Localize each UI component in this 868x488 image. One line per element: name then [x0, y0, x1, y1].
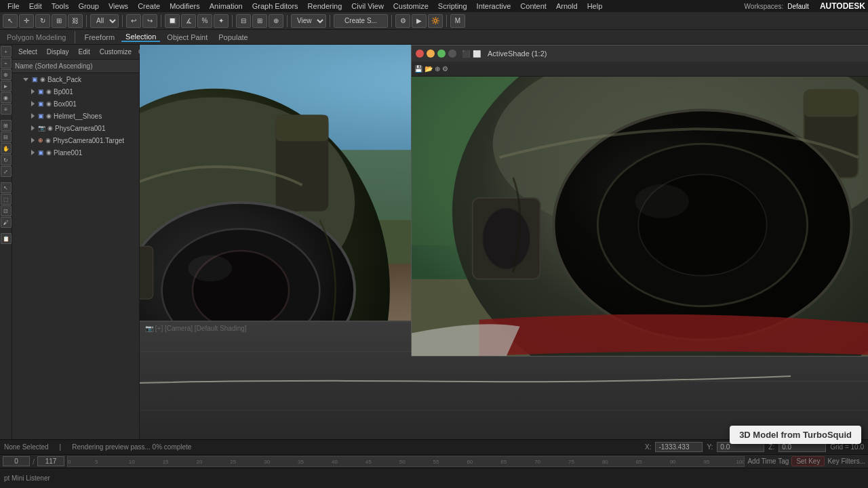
render-save-btn[interactable]: 💾: [414, 65, 422, 73]
spinner-snap-btn[interactable]: ✦: [214, 14, 229, 28]
render-settings-btn[interactable]: ⚙: [442, 65, 448, 73]
rotate-tool-btn[interactable]: ↻: [35, 14, 50, 28]
undo-btn[interactable]: ↩: [126, 14, 141, 28]
move-tool-btn[interactable]: ✛: [19, 14, 34, 28]
select-tool-btn[interactable]: ↖: [3, 14, 18, 28]
scene-item-label: Plane001: [54, 149, 82, 157]
menu-item-create[interactable]: Create: [133, 1, 165, 11]
scene-item-physcam-target[interactable]: ⊕ ◉ PhysCamera001.Target: [12, 134, 139, 146]
tab-populate[interactable]: Populate: [214, 33, 252, 41]
material-editor-btn[interactable]: M: [450, 14, 465, 28]
scene-item-backpack[interactable]: ▣ ◉ Back_Pack: [12, 73, 139, 85]
x-coord-input[interactable]: [655, 442, 703, 452]
render-extra-btn[interactable]: [448, 49, 456, 58]
current-frame-display[interactable]: 0: [3, 456, 30, 466]
maximize-viewport-btn[interactable]: ⤢: [1, 166, 12, 177]
sort-label: Name (Sorted Ascending): [15, 62, 93, 70]
scene-tab-customize[interactable]: Customize: [96, 47, 135, 56]
window-crossing-btn[interactable]: ⊡: [1, 205, 12, 216]
layer-btn[interactable]: ⊕: [269, 14, 283, 28]
scene-tab-edit[interactable]: Edit: [75, 47, 94, 56]
main-toolbar: ↖ ✛ ↻ ⊞ ⛓ All ↩ ↪ 🔲 ∡ % ✦ ⊟ ⊞ ⊕ View Cre…: [0, 12, 868, 30]
menu-item-civil-view[interactable]: Civil View: [347, 1, 388, 11]
paint-select-btn[interactable]: 🖌: [1, 217, 12, 228]
render-btn[interactable]: ▶: [412, 14, 427, 28]
render-maximize-btn[interactable]: [437, 49, 446, 58]
orbit-tool-btn[interactable]: ↻: [1, 155, 12, 165]
render-settings-btn[interactable]: ⚙: [395, 14, 410, 28]
object-type-icon: ▣: [38, 113, 44, 119]
menu-item-customize[interactable]: Customize: [389, 1, 433, 11]
named-selection-btn[interactable]: 📋: [1, 233, 12, 244]
menu-item-modifiers[interactable]: Modifiers: [165, 1, 205, 11]
scene-item-plane001[interactable]: ▣ ◉ Plane001: [12, 146, 139, 159]
display-panel-btn[interactable]: ◉: [1, 92, 12, 103]
render-clone-btn[interactable]: ⊕: [435, 65, 440, 73]
menu-item-animation[interactable]: Animation: [205, 1, 248, 11]
render-open-btn[interactable]: 📂: [425, 65, 433, 73]
region-select-btn[interactable]: ⬚: [1, 194, 12, 205]
motion-panel-btn[interactable]: ►: [1, 81, 12, 92]
z-label: Z:: [768, 443, 774, 451]
select-object-btn[interactable]: ↖: [1, 182, 12, 193]
utilities-panel-btn[interactable]: ≡: [1, 104, 12, 115]
scene-item-label: Bp001: [54, 88, 73, 96]
menu-item-content[interactable]: Content: [515, 1, 551, 11]
scene-item-helmet-shoes[interactable]: ▣ ◉ Helmet__Shoes: [12, 110, 139, 122]
scene-item-box001[interactable]: ▣ ◉ Box001: [12, 98, 139, 110]
scene-item-physcam[interactable]: 📷 ◉ PhysCamera001: [12, 122, 139, 134]
camera-icon: 📷: [145, 325, 153, 332]
modify-panel-btn[interactable]: ⌁: [1, 58, 12, 68]
render-minimize-btn[interactable]: [427, 49, 435, 58]
redo-btn[interactable]: ↪: [142, 14, 157, 28]
menu-item-interactive[interactable]: Interactive: [472, 1, 516, 11]
menu-item-file[interactable]: File: [3, 1, 24, 11]
mini-listener-label[interactable]: pt Mini Listener: [4, 474, 50, 482]
pan-tool-btn[interactable]: ✋: [1, 143, 12, 154]
tab-freeform[interactable]: Freeform: [80, 33, 119, 41]
align-btn[interactable]: ⊞: [252, 14, 267, 28]
tab-selection[interactable]: Selection: [121, 33, 160, 42]
hierarchy-panel-btn[interactable]: ⊕: [1, 69, 12, 80]
timeline-track[interactable]: 0 5 10 15 20 25 30 35 40 45 50 55 60 65 …: [67, 456, 745, 467]
menu-item-tools[interactable]: Tools: [47, 1, 74, 11]
link-tool-btn[interactable]: ⛓: [68, 14, 83, 28]
menu-item-views[interactable]: Views: [104, 1, 133, 11]
menu-item-group[interactable]: Group: [73, 1, 104, 11]
add-time-tag-btn[interactable]: Add Time Tag: [747, 458, 789, 465]
zoom-all-btn[interactable]: ⊟: [1, 131, 12, 142]
angle-snap-btn[interactable]: ∡: [181, 14, 196, 28]
create-selection-btn[interactable]: Create S...: [334, 14, 388, 28]
menu-item-graph-editors[interactable]: Graph Editors: [248, 1, 303, 11]
scale-tool-btn[interactable]: ⊞: [52, 14, 66, 28]
percent-snap-btn[interactable]: %: [197, 14, 212, 28]
scene-item-bp001[interactable]: ▣ ◉ Bp001: [12, 85, 139, 98]
render-preview[interactable]: [412, 77, 868, 356]
scene-tab-display[interactable]: Display: [43, 47, 73, 56]
viewport-area[interactable]: [+] [Perspective] [User Defined] [Defaul…: [140, 45, 868, 439]
menu-item-scripting[interactable]: Scripting: [433, 1, 472, 11]
render-icon-1: ⬛: [462, 50, 470, 58]
view-dropdown[interactable]: View: [291, 14, 326, 28]
render-close-btn[interactable]: [416, 49, 424, 58]
activeshade-btn[interactable]: 🔆: [428, 14, 443, 28]
filter-dropdown[interactable]: All: [90, 14, 119, 28]
tab-object-paint[interactable]: Object Paint: [163, 33, 212, 41]
set-key-btn[interactable]: Set Key: [791, 456, 825, 466]
menu-item-edit[interactable]: Edit: [24, 1, 47, 11]
mirror-btn[interactable]: ⊟: [236, 14, 251, 28]
menu-item-help[interactable]: Help: [583, 1, 608, 11]
bottom-status-bar: pt Mini Listener: [0, 468, 868, 488]
render-titlebar-left: ⬛ ⬜ ActiveShade (1:2): [416, 49, 547, 58]
scene-tab-select[interactable]: Select: [15, 47, 41, 56]
menu-item-arnold[interactable]: Arnold: [551, 1, 583, 11]
key-filters-btn[interactable]: Key Filters...: [827, 458, 865, 465]
render-titlebar: ⬛ ⬜ ActiveShade (1:2) RGB Alpha RGBA CPU…: [412, 45, 868, 62]
menu-item-rendering[interactable]: Rendering: [303, 1, 347, 11]
zoom-tool-btn[interactable]: ⊞: [1, 120, 12, 131]
total-frames-display[interactable]: 117: [37, 456, 64, 466]
object-type-icon: ▣: [38, 149, 44, 156]
snap-toggle-btn[interactable]: 🔲: [165, 14, 180, 28]
object-vis-icon: ◉: [46, 100, 52, 107]
create-panel-btn[interactable]: +: [1, 46, 12, 57]
